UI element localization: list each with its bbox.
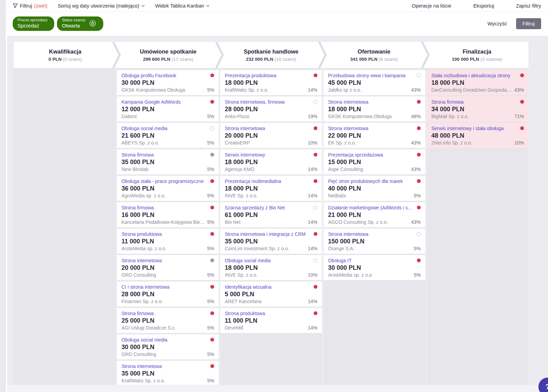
deal-card[interactable]: Strona internetowa150 000 PLNOrange S.A.… [324, 229, 425, 254]
save-filters-button[interactable]: Zapisz filtry [516, 3, 541, 9]
deal-card[interactable]: Serwis internetowy18 000 PLNAgencja KMO1… [220, 149, 322, 174]
deal-card[interactable]: Obsługa profilu Facebook30 000 PLNGKSK K… [117, 70, 219, 95]
deal-title-link[interactable]: Strona internetowa [121, 257, 208, 264]
column-body: Stała rozbudowa i aktualizacja strony18 … [427, 68, 528, 385]
deal-card[interactable]: Obsługa IT30 000 PLNArsteMedia sp. z o.o… [324, 255, 425, 280]
deal-title-link[interactable]: Obsługa stała - prace programistyczne [121, 178, 208, 184]
deal-title-link[interactable]: Serwis internetowy i stała obsługa [431, 125, 517, 131]
deal-title-link[interactable]: Prezentacja produktowa [225, 72, 311, 79]
deal-card[interactable]: Strona internetowa, firmowa28 000 PLNAnk… [220, 96, 322, 122]
deal-title-link[interactable]: Strona firmowa [121, 310, 208, 316]
deal-card[interactable]: Obsługa stała - prace programistyczne36 … [117, 176, 219, 201]
deal-title-link[interactable]: Szansa sprzedaży z Bio Net [225, 205, 311, 211]
deal-value: 61 000 PLN [225, 211, 317, 219]
deal-value: 15 000 PLN [328, 158, 421, 166]
deal-value: 48 000 PLN [431, 132, 524, 139]
deal-value: 22 000 PLN [328, 132, 421, 139]
deal-title-link[interactable]: Obsługa IT [328, 257, 414, 264]
sort-dropdown[interactable]: Sortuj wg daty utworzenia (malejąco) [58, 3, 145, 9]
deal-card[interactable]: Strona internetowa22 000 PLNEK Sp. z o.o… [324, 123, 425, 148]
deal-title-link[interactable]: Strona internetowa [225, 125, 311, 131]
export-button[interactable]: Eksportuj [473, 3, 494, 9]
deal-title-link[interactable]: Strona internetowa [328, 125, 414, 131]
board-bottom-strip [7, 385, 548, 392]
deal-card[interactable]: Obsługa social media18 000 PLNINVE Sp. z… [220, 255, 322, 280]
deal-title-link[interactable]: Strona firmowa [431, 99, 517, 105]
deal-card[interactable]: Strona produktowa11 000 PLNArsteMedia sp… [117, 229, 219, 254]
deal-title-link[interactable]: Obsługa social media [225, 257, 311, 264]
deal-card[interactable]: Strona firmowa34 000 PLNBigMail Sp. z o.… [427, 96, 528, 122]
deal-card[interactable]: Strona firmowa35 000 PLNNew Binolab5% [117, 149, 219, 174]
deal-card[interactable]: Kampania Google AdWords12 000 PLNDabest5… [117, 96, 219, 122]
view-dropdown[interactable]: Widok Tablica Kanban [155, 3, 210, 9]
deal-card-footer: Bio Net14% [225, 219, 317, 225]
deal-card[interactable]: Strona internetowa20 000 PLNORD Consulti… [117, 255, 219, 280]
help-fab-button[interactable]: ? [538, 378, 548, 392]
deal-title-link[interactable]: Strona internetowa, firmowa [225, 99, 311, 105]
deal-title-link[interactable]: Prezentacja multimedialna [225, 178, 311, 184]
deal-title-link[interactable]: Stała rozbudowa i aktualizacja strony [431, 72, 517, 79]
deal-company: AgroMedia sp. z o.o. [121, 193, 205, 199]
deal-company: NetBalix [328, 193, 412, 199]
deal-card[interactable]: Prezentacja produktowa18 000 PLNKraftWak… [220, 70, 322, 95]
deal-title-link[interactable]: Strona internetowa [328, 231, 414, 237]
deal-title-link[interactable]: Obsługa social media [121, 125, 207, 131]
deal-value: 35 000 PLN [121, 158, 214, 166]
deal-card[interactable]: Strona produktowa11 000 PLNDeveMill14% [220, 308, 322, 333]
deal-card[interactable]: CI i strona internetowa28 000 PLNFinansi… [117, 281, 219, 307]
deal-title-link[interactable]: Serwis internetowy [225, 152, 311, 158]
deal-title-link[interactable]: Strona produktowa [225, 310, 311, 316]
deal-card[interactable]: Strona firmowa16 000 PLNKancelaria Podat… [117, 202, 219, 227]
deal-title-link[interactable]: Strona internetowa [121, 363, 208, 369]
deal-title-link[interactable]: Strona produktowa [121, 231, 208, 237]
deal-title-link[interactable]: Strona firmowa [121, 205, 208, 211]
deal-title-link[interactable]: Obsługa social media [121, 337, 208, 343]
deal-card[interactable]: Strona internetowa20 000 PLNCreativERP10… [220, 123, 322, 148]
deal-card[interactable]: Prezentacja sprzedażowa15 000 PLNAspe Co… [324, 149, 425, 174]
column-body: Obsługa profilu Facebook30 000 PLNGKSK K… [117, 68, 219, 385]
deal-title-link[interactable]: CI i strona internetowa [121, 284, 208, 290]
column-summary-count: (0 szans) [63, 57, 82, 62]
deal-card[interactable]: Obsługa social media21 600 PLNABEYS Sp. … [117, 123, 219, 148]
deal-card[interactable]: Strona firmowa25 000 PLNAGI Usługi Dorad… [117, 308, 219, 333]
filter-collapse-link[interactable]: (zwiń) [34, 3, 47, 9]
collapsed-sidebar-rail [0, 0, 7, 392]
deal-title-link[interactable]: Pięć stron produktowych dla marek [328, 178, 414, 184]
status-dot-red [210, 232, 214, 236]
deal-title-link[interactable]: Działanie marketingowe (AdWords i soci..… [328, 205, 414, 211]
deal-card[interactable]: Strona internetowa18 000 PLNGKSK Kompute… [324, 96, 425, 122]
apply-filter-button[interactable]: Filtruj [516, 18, 541, 29]
deal-title-link[interactable]: Identyfikacja wizualna [225, 284, 311, 290]
deal-title-link[interactable]: Kampania Google AdWords [121, 99, 208, 105]
deal-card[interactable]: Strona internetowa35 000 PLNKraftWaks Sp… [117, 361, 219, 385]
deal-title-link[interactable]: Strona firmowa [121, 152, 208, 158]
status-dot-open [417, 73, 421, 78]
deal-title-link[interactable]: Prezentacja sprzedażowa [328, 152, 414, 158]
list-operations-button[interactable]: Operacje na liście [412, 3, 451, 9]
column-summary: 232 000 PLN (10 szans) [246, 57, 296, 62]
deal-card[interactable]: Pięć stron produktowych dla marek40 000 … [324, 176, 425, 201]
deal-card[interactable]: Identyfikacja wizualna5 000 PLNARET Kanc… [220, 281, 322, 307]
deal-card[interactable]: Działanie marketingowe (AdWords i soci..… [324, 202, 425, 227]
filter-chip-status[interactable]: Status szansy Otwarta [57, 16, 103, 31]
deal-title-link[interactable]: Obsługa profilu Facebook [121, 72, 208, 79]
deal-card-footer: ABEYS Sp. z o.o.5% [121, 140, 214, 146]
deal-card[interactable]: Stała rozbudowa i aktualizacja strony18 … [427, 70, 528, 95]
deal-card[interactable]: Serwis internetowy i stała obsługa48 000… [427, 123, 528, 148]
status-dot-open [210, 126, 214, 130]
deal-card[interactable]: Prezentacja multimedialna18 000 PLNINVE … [220, 176, 322, 201]
deal-card[interactable]: Obsługa social media30 000 PLNORD Consul… [117, 334, 219, 359]
deal-title-link[interactable]: Strona internetowa [328, 99, 414, 105]
deal-value: 11 000 PLN [225, 317, 317, 324]
deal-card[interactable]: Strona internetowa i integracja z CRM35 … [220, 229, 322, 254]
filter-toggle[interactable]: Filtruj (zwiń) [13, 3, 47, 9]
deal-card-footer: KraftWaks Sp. z o.o.14% [225, 87, 317, 93]
deal-title-link[interactable]: Przebudowa strony www i kampania [328, 72, 414, 79]
deal-card-footer: ArsteMedia sp. z o.o5% [121, 245, 214, 252]
deal-card[interactable]: Szansa sprzedaży z Bio Net61 000 PLNBio … [220, 202, 322, 227]
filter-chip-process[interactable]: Proces sprzedaży Sprzedaż [13, 16, 54, 31]
deal-card[interactable]: Przebudowa strony www i kampania45 000 P… [324, 70, 425, 95]
kanban-body-row: Obsługa profilu Facebook30 000 PLNGKSK K… [14, 68, 528, 385]
deal-title-link[interactable]: Strona internetowa i integracja z CRM [225, 231, 311, 237]
clear-filters-link[interactable]: Wyczyść [487, 21, 507, 26]
